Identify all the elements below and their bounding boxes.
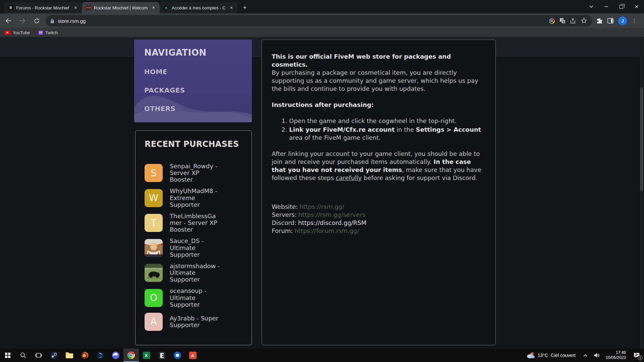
discord-url-text: https://discord.gg/RSM bbox=[298, 219, 367, 226]
translate-icon[interactable]: 文A bbox=[559, 17, 566, 24]
avatar-photo-child-hockey bbox=[145, 239, 163, 257]
url-text[interactable]: store.rsm.gg bbox=[58, 18, 545, 24]
weather-temp: 13°C bbox=[538, 353, 548, 358]
file-explorer-icon[interactable] bbox=[62, 349, 77, 362]
purchase-row[interactable]: S Senpai_Rowdy - Server XP Booster bbox=[145, 163, 252, 183]
tab-title: Accéder à mes comptes - Crédit A bbox=[172, 5, 226, 10]
bookmarks-bar: YouTube Twitch bbox=[0, 28, 644, 37]
google-icon[interactable] bbox=[548, 17, 555, 24]
chrome-icon[interactable] bbox=[123, 349, 139, 362]
clock-widget[interactable]: 17:49 10/05/2023 bbox=[602, 350, 629, 360]
bookmark-youtube[interactable]: YouTube bbox=[5, 30, 30, 35]
nav-link-home[interactable]: HOME bbox=[144, 68, 252, 76]
purchase-row[interactable]: T TheLimblessGamer - Server XP Booster bbox=[145, 213, 252, 233]
page-scrollbar[interactable] bbox=[640, 37, 643, 349]
nav-link-others[interactable]: OTHERS bbox=[144, 105, 252, 113]
tab-close-icon[interactable]: ✕ bbox=[228, 5, 234, 11]
side-panel-icon[interactable] bbox=[607, 18, 613, 23]
close-button[interactable]: ✕ bbox=[629, 0, 644, 13]
tab-title: Rockstar Mischief | Welcome bbox=[94, 5, 148, 10]
reload-icon[interactable] bbox=[31, 15, 42, 26]
extensions-puzzle-icon[interactable] bbox=[596, 18, 603, 24]
steam-icon[interactable] bbox=[46, 349, 62, 362]
firefox-icon[interactable] bbox=[77, 349, 93, 362]
avatar-photo-black-car bbox=[145, 264, 163, 282]
youtube-icon bbox=[5, 31, 10, 35]
avatar: A bbox=[145, 313, 163, 331]
svg-text:A: A bbox=[563, 20, 565, 24]
lock-icon bbox=[50, 18, 54, 23]
address-bar[interactable]: store.rsm.gg 文A bbox=[46, 15, 592, 26]
browser-titlebar: R Forums - Rockstar Mischief ✕ RSM Rocks… bbox=[0, 0, 644, 13]
webpage-viewport: NAVIGATION HOME PACKAGES OTHERS RECENT P… bbox=[0, 37, 644, 349]
avatar: O bbox=[145, 289, 163, 307]
nav-link-packages[interactable]: PACKAGES bbox=[144, 86, 252, 94]
taskbar-search-icon[interactable] bbox=[15, 349, 31, 362]
start-button[interactable] bbox=[0, 349, 15, 362]
weather-widget[interactable]: 13°C Ciel couvert bbox=[522, 352, 580, 359]
forward-icon[interactable] bbox=[17, 15, 28, 26]
tab-forums[interactable]: R Forums - Rockstar Mischief ✕ bbox=[4, 2, 82, 13]
battlenet-icon[interactable] bbox=[93, 349, 108, 362]
tray-date: 10/05/2023 bbox=[606, 355, 626, 360]
excel-icon[interactable]: X bbox=[139, 349, 154, 362]
minimize-button[interactable] bbox=[599, 0, 614, 13]
tab-store-active[interactable]: RSM Rockstar Mischief | Welcome ✕ bbox=[82, 2, 160, 13]
intro-paragraph: This is our official FiveM web store for… bbox=[272, 53, 486, 93]
instructions-heading: Instructions after purchasing: bbox=[272, 101, 486, 109]
link-label: Forum: bbox=[272, 227, 293, 234]
link-label: Discord: bbox=[272, 219, 297, 226]
website-link[interactable]: https://rsm.gg/ bbox=[300, 203, 344, 210]
back-icon[interactable] bbox=[3, 15, 14, 26]
action-center-button[interactable]: 1 bbox=[629, 349, 644, 362]
bookmark-twitch[interactable]: Twitch bbox=[39, 30, 58, 35]
blue-app-icon[interactable] bbox=[170, 349, 185, 362]
purchase-text: Ay3rabb - Super Supporter bbox=[170, 315, 221, 328]
tab-strip: R Forums - Rockstar Mischief ✕ RSM Rocks… bbox=[4, 2, 250, 13]
windows-logo-icon bbox=[5, 353, 10, 358]
purchase-row[interactable]: Sauce_DS - Ultimate Supporter bbox=[145, 238, 252, 258]
purchase-row[interactable]: O oceansoup - Ultimate Supporter bbox=[145, 288, 252, 308]
link-label: Website: bbox=[272, 203, 298, 210]
purchase-row[interactable]: ajstormshadow - Ultimate Supporter bbox=[145, 263, 252, 283]
restore-button[interactable] bbox=[614, 0, 629, 13]
bookmark-star-icon[interactable] bbox=[580, 17, 588, 24]
twitch-icon bbox=[39, 31, 43, 35]
orange-app-icon[interactable]: A bbox=[185, 349, 201, 362]
rsm-favicon-icon: RSM bbox=[86, 5, 91, 10]
servers-row: Servers:https://rsm.gg/servers bbox=[272, 211, 486, 219]
tab-close-icon[interactable]: ✕ bbox=[151, 5, 156, 11]
volume-icon[interactable] bbox=[591, 349, 602, 362]
credit-agricole-favicon-icon: ❧ bbox=[164, 5, 169, 10]
instruction-step-1: Open the game and click the cogwheel in … bbox=[289, 117, 486, 125]
avatar: T bbox=[145, 214, 163, 232]
tab-close-icon[interactable]: ✕ bbox=[73, 5, 78, 11]
notification-count-badge: 1 bbox=[638, 355, 643, 360]
browser-toolbar: store.rsm.gg 文A J ⋮ bbox=[0, 13, 644, 28]
epic-games-icon[interactable] bbox=[154, 349, 170, 362]
avatar: S bbox=[145, 164, 163, 182]
system-tray: 13°C Ciel couvert 17:49 10/05/2023 1 bbox=[522, 349, 644, 362]
tab-search-chevron-icon[interactable] bbox=[584, 0, 599, 13]
instruction-step-2: Link your FiveM/Cfx.re account in the Se… bbox=[289, 126, 486, 142]
profile-avatar[interactable]: J bbox=[618, 16, 627, 25]
purchase-row[interactable]: A Ay3rabb - Super Supporter bbox=[145, 313, 252, 331]
share-icon[interactable] bbox=[570, 17, 577, 24]
purchase-row[interactable]: W WhyUhMadM8 - Extreme Supporter bbox=[145, 188, 252, 208]
servers-link[interactable]: https://rsm.gg/servers bbox=[298, 211, 365, 218]
discord-icon[interactable] bbox=[108, 349, 123, 362]
new-tab-button[interactable]: + bbox=[240, 3, 250, 12]
purchase-text: Sauce_DS - Ultimate Supporter bbox=[170, 238, 221, 258]
page-scrollbar-thumb[interactable] bbox=[640, 87, 643, 191]
forum-link[interactable]: https://forum.rsm.gg/ bbox=[294, 227, 359, 234]
hidden-icons-chevron-icon[interactable] bbox=[580, 349, 591, 362]
task-view-icon[interactable] bbox=[31, 349, 46, 362]
bookmark-label: Twitch bbox=[45, 30, 58, 35]
navigation-panel: NAVIGATION HOME PACKAGES OTHERS bbox=[134, 40, 252, 122]
after-paragraph: After linking your account to your game … bbox=[272, 150, 486, 182]
tab-credit-agricole[interactable]: ❧ Accéder à mes comptes - Crédit A ✕ bbox=[160, 2, 237, 13]
store-info-panel: This is our official FiveM web store for… bbox=[262, 40, 496, 345]
browser-menu-icon[interactable]: ⋮ bbox=[632, 20, 637, 22]
recent-purchases-title: RECENT PURCHASES bbox=[145, 139, 252, 149]
purchase-text: ajstormshadow - Ultimate Supporter bbox=[170, 263, 221, 283]
